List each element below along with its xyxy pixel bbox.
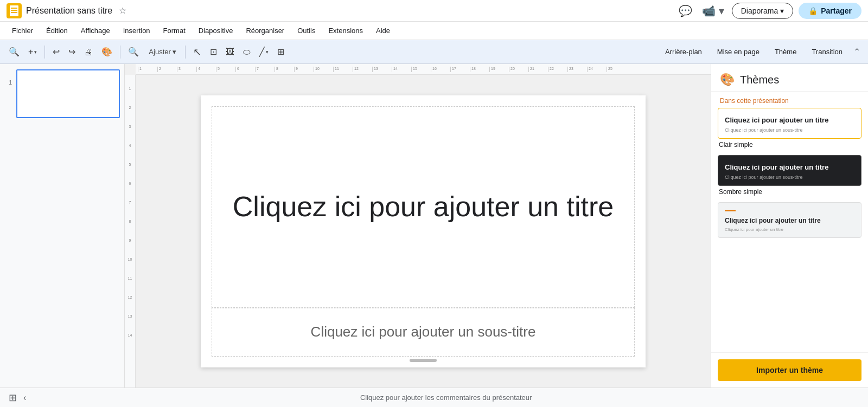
link-tool[interactable]: ⊞	[274, 44, 288, 59]
redo-button[interactable]: ↪	[65, 44, 79, 59]
ruler-horizontal: 1 2 3 4 5 6 7 8 9 10 11 12 13 14 15 16 1…	[136, 64, 711, 75]
undo-button[interactable]: ↩	[49, 44, 63, 59]
toolbar-divider-3	[185, 46, 186, 59]
ruler-h-marks: 1 2 3 4 5 6 7 8 9 10 11 12 13 14 15 16 1…	[136, 67, 626, 72]
slide-title-text: Cliquez ici pour ajouter un titre	[233, 190, 614, 223]
menu-diapositive[interactable]: Diapositive	[193, 24, 239, 37]
menu-bar: Fichier Édition Affichage Insertion Form…	[0, 22, 868, 40]
ruler-vertical: 1 2 3 4 5 6 7 8 9 10 11 12 13 14	[125, 75, 136, 387]
chat-button[interactable]: 💬	[676, 2, 694, 20]
palette-icon: 🎨	[720, 73, 735, 87]
theme-item-sombre-simple[interactable]: Cliquez ici pour ajouter un titre Clique…	[718, 155, 861, 196]
menu-insertion[interactable]: Insertion	[118, 24, 156, 37]
panel-collapse-button[interactable]: ‹	[23, 393, 26, 403]
theme-gray-subtitle: Cliquez ici pour ajouter un titre	[725, 227, 854, 232]
select-tool[interactable]: ⊡	[207, 44, 220, 59]
theme-preview-gray: Cliquez ici pour ajouter un titre Clique…	[718, 202, 861, 238]
menu-aide[interactable]: Aide	[371, 24, 395, 37]
themes-list: Cliquez ici pour ajouter un titre Clique…	[711, 108, 868, 352]
slide-1-number: 1	[4, 79, 12, 86]
share-label: Partager	[821, 7, 852, 15]
theme-sombre-label: Sombre simple	[718, 188, 861, 196]
star-icon[interactable]: ☆	[119, 5, 126, 16]
line-tool[interactable]: ╱▾	[256, 44, 272, 59]
grid-view-button[interactable]: ⊞	[9, 392, 17, 404]
canvas-area: 1 2 3 4 5 6 7 8 9 10 11 12 13 14 15 16 1…	[125, 64, 711, 387]
diaporama-label: Diaporama	[741, 7, 778, 15]
menu-outils[interactable]: Outils	[292, 24, 321, 37]
theme-preview-clair-simple: Cliquez ici pour ajouter un titre Clique…	[718, 108, 861, 139]
ruler-vertical-area: 1 2 3 4 5 6 7 8 9 10 11 12 13 14 Cliquez…	[125, 75, 711, 387]
adjust-arrow-icon: ▾	[173, 48, 176, 56]
theme-sombre-subtitle: Cliquez ici pour ajouter un sous-titre	[725, 175, 854, 180]
theme-preview-sombre-simple: Cliquez ici pour ajouter un titre Clique…	[718, 155, 861, 186]
slides-panel: 1	[0, 64, 125, 387]
theme-gray-title: Cliquez ici pour ajouter un titre	[725, 217, 854, 225]
slide-canvas-wrapper[interactable]: Cliquez ici pour ajouter un titre Clique…	[136, 75, 711, 387]
add-button[interactable]: +▾	[25, 45, 40, 59]
print-button[interactable]: 🖨	[81, 45, 96, 59]
paintformat-button[interactable]: 🎨	[98, 44, 116, 59]
top-bar-actions: 💬 📹 ▾ Diaporama ▾ 🔒 Partager	[676, 2, 861, 20]
scroll-indicator	[410, 359, 437, 362]
menu-edition[interactable]: Édition	[41, 24, 73, 37]
share-button[interactable]: 🔒 Partager	[799, 3, 861, 19]
search-button[interactable]: 🔍	[5, 44, 23, 59]
slide-subtitle-area[interactable]: Cliquez ici pour ajouter un sous-titre	[212, 308, 635, 357]
app-logo	[7, 3, 22, 18]
theme-clair-label: Clair simple	[718, 141, 861, 148]
menu-fichier[interactable]: Fichier	[7, 24, 39, 37]
diaporama-arrow-icon: ▾	[780, 7, 784, 15]
themes-panel: 🎨 Thèmes Dans cette présentation Cliquez…	[711, 64, 868, 387]
theme-clair-title: Cliquez ici pour ajouter un titre	[725, 116, 854, 125]
zoom-button[interactable]: 🔍	[125, 44, 142, 59]
theme-clair-subtitle: Cliquez ici pour ajouter un sous-titre	[725, 127, 854, 133]
presenter-comment-placeholder[interactable]: Cliquez pour ajouter les commentaires du…	[33, 393, 859, 402]
background-button[interactable]: Arrière-plan	[659, 45, 709, 59]
theme-item-gray[interactable]: Cliquez ici pour ajouter un titre Clique…	[718, 202, 861, 238]
themes-section-label: Dans cette présentation	[711, 92, 868, 108]
toolbar-divider-2	[120, 46, 120, 59]
transition-button[interactable]: Transition	[805, 45, 849, 59]
theme-button[interactable]: Thème	[768, 45, 803, 59]
top-bar: Présentation sans titre ☆ 💬 📹 ▾ Diaporam…	[0, 0, 868, 22]
slide-title-area[interactable]: Cliquez ici pour ajouter un titre	[212, 106, 635, 308]
import-theme-button[interactable]: Importer un thème	[718, 359, 861, 381]
slide-subtitle-text: Cliquez ici pour ajouter un sous-titre	[311, 324, 536, 340]
menu-format[interactable]: Format	[158, 24, 191, 37]
slide-tools: Arrière-plan Mise en page Thème Transiti…	[659, 45, 849, 59]
bottom-bar: ⊞ ‹ Cliquez pour ajouter les commentaire…	[0, 387, 868, 407]
themes-title: Thèmes	[740, 74, 779, 86]
cursor-tool[interactable]: ↖	[190, 44, 205, 60]
lock-icon: 🔒	[808, 7, 818, 15]
themes-footer: Importer un thème	[711, 352, 868, 387]
toolbar-collapse-button[interactable]: ⌃	[851, 44, 863, 59]
themes-header: 🎨 Thèmes	[711, 64, 868, 92]
theme-sombre-title: Cliquez ici pour ajouter un titre	[725, 163, 854, 172]
menu-extensions[interactable]: Extensions	[323, 24, 368, 37]
toolbar: 🔍 +▾ ↩ ↪ 🖨 🎨 🔍 Ajuster ▾ ↖ ⊡ 🖼 ⬭ ╱▾ ⊞ Ar…	[0, 40, 868, 64]
diaporama-button[interactable]: Diaporama ▾	[732, 3, 793, 19]
adjust-dropdown[interactable]: Ajuster ▾	[144, 46, 180, 58]
theme-gray-accent	[725, 210, 736, 211]
slide-1-thumbnail[interactable]	[16, 69, 120, 118]
toolbar-divider-1	[44, 46, 45, 59]
theme-item-clair-simple[interactable]: Cliquez ici pour ajouter un titre Clique…	[718, 108, 861, 148]
adjust-label: Ajuster	[149, 48, 170, 56]
menu-reorganiser[interactable]: Réorganiser	[240, 24, 290, 37]
image-tool[interactable]: 🖼	[222, 45, 238, 59]
slide-1-container: 1	[4, 69, 120, 118]
slide-canvas: Cliquez ici pour ajouter un titre Clique…	[201, 95, 646, 367]
document-title[interactable]: Présentation sans titre	[26, 6, 112, 16]
video-button[interactable]: 📹 ▾	[700, 2, 726, 20]
main-area: 1 1 2 3 4 5 6 7 8 9 10 11 12 13 14 15	[0, 64, 868, 387]
shape-tool[interactable]: ⬭	[240, 45, 254, 59]
layout-button[interactable]: Mise en page	[711, 45, 766, 59]
menu-affichage[interactable]: Affichage	[75, 24, 116, 37]
